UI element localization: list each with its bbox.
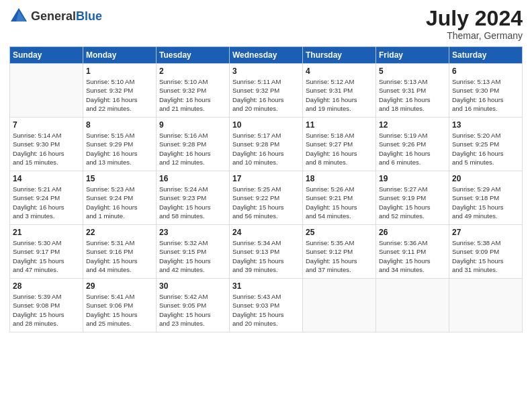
day-number: 21 bbox=[13, 228, 80, 237]
calendar-cell: 23Sunrise: 5:32 AM Sunset: 9:15 PM Dayli… bbox=[157, 225, 230, 279]
calendar-cell: 3Sunrise: 5:11 AM Sunset: 9:32 PM Daylig… bbox=[230, 64, 303, 118]
day-number: 22 bbox=[86, 228, 153, 237]
calendar-cell: 17Sunrise: 5:25 AM Sunset: 9:22 PM Dayli… bbox=[230, 171, 303, 225]
day-info: Sunrise: 5:43 AM Sunset: 9:03 PM Dayligh… bbox=[232, 292, 300, 328]
day-number: 1 bbox=[86, 66, 153, 76]
day-number: 14 bbox=[13, 174, 80, 183]
day-info: Sunrise: 5:34 AM Sunset: 9:13 PM Dayligh… bbox=[232, 238, 300, 274]
calendar-cell: 16Sunrise: 5:24 AM Sunset: 9:23 PM Dayli… bbox=[157, 171, 230, 225]
day-number: 6 bbox=[452, 66, 519, 76]
calendar-cell bbox=[449, 279, 523, 332]
day-number: 10 bbox=[232, 120, 300, 130]
week-row-2: 7Sunrise: 5:14 AM Sunset: 9:30 PM Daylig… bbox=[10, 118, 523, 171]
day-info: Sunrise: 5:32 AM Sunset: 9:15 PM Dayligh… bbox=[159, 238, 226, 274]
day-info: Sunrise: 5:20 AM Sunset: 9:25 PM Dayligh… bbox=[452, 131, 519, 167]
calendar-cell: 4Sunrise: 5:12 AM Sunset: 9:31 PM Daylig… bbox=[303, 64, 376, 118]
day-number: 30 bbox=[159, 281, 226, 291]
calendar-table: Sunday Monday Tuesday Wednesday Thursday… bbox=[9, 46, 523, 332]
calendar-cell: 15Sunrise: 5:23 AM Sunset: 9:24 PM Dayli… bbox=[83, 171, 157, 225]
calendar-cell: 19Sunrise: 5:27 AM Sunset: 9:19 PM Dayli… bbox=[376, 171, 449, 225]
title-block: July 2024 Themar, Germany bbox=[426, 7, 523, 41]
day-number: 26 bbox=[379, 228, 446, 237]
header-friday: Friday bbox=[376, 47, 449, 64]
day-info: Sunrise: 5:11 AM Sunset: 9:32 PM Dayligh… bbox=[232, 77, 300, 113]
calendar-cell: 29Sunrise: 5:41 AM Sunset: 9:06 PM Dayli… bbox=[83, 279, 157, 332]
day-number: 23 bbox=[159, 228, 226, 237]
calendar-header: Sunday Monday Tuesday Wednesday Thursday… bbox=[10, 47, 523, 64]
day-number: 31 bbox=[232, 281, 300, 291]
day-info: Sunrise: 5:30 AM Sunset: 9:17 PM Dayligh… bbox=[13, 238, 80, 274]
calendar-cell: 2Sunrise: 5:10 AM Sunset: 9:32 PM Daylig… bbox=[157, 64, 230, 118]
day-number: 29 bbox=[86, 281, 153, 291]
calendar-cell: 21Sunrise: 5:30 AM Sunset: 9:17 PM Dayli… bbox=[10, 225, 83, 279]
day-info: Sunrise: 5:25 AM Sunset: 9:22 PM Dayligh… bbox=[232, 185, 300, 220]
day-number: 20 bbox=[452, 174, 519, 183]
calendar-cell bbox=[303, 279, 376, 332]
logo-text: GeneralBlue bbox=[31, 9, 102, 24]
calendar-cell: 27Sunrise: 5:38 AM Sunset: 9:09 PM Dayli… bbox=[449, 225, 523, 279]
calendar-cell: 28Sunrise: 5:39 AM Sunset: 9:08 PM Dayli… bbox=[10, 279, 83, 332]
calendar-cell: 5Sunrise: 5:13 AM Sunset: 9:31 PM Daylig… bbox=[376, 64, 449, 118]
header-wednesday: Wednesday bbox=[230, 47, 303, 64]
week-row-4: 21Sunrise: 5:30 AM Sunset: 9:17 PM Dayli… bbox=[10, 225, 523, 279]
week-row-3: 14Sunrise: 5:21 AM Sunset: 9:24 PM Dayli… bbox=[10, 171, 523, 225]
day-info: Sunrise: 5:26 AM Sunset: 9:21 PM Dayligh… bbox=[306, 185, 373, 220]
day-info: Sunrise: 5:36 AM Sunset: 9:11 PM Dayligh… bbox=[379, 238, 446, 274]
calendar-cell: 7Sunrise: 5:14 AM Sunset: 9:30 PM Daylig… bbox=[10, 118, 83, 171]
day-info: Sunrise: 5:29 AM Sunset: 9:18 PM Dayligh… bbox=[452, 185, 519, 220]
calendar-cell: 10Sunrise: 5:17 AM Sunset: 9:28 PM Dayli… bbox=[230, 118, 303, 171]
calendar-cell: 22Sunrise: 5:31 AM Sunset: 9:16 PM Dayli… bbox=[83, 225, 157, 279]
calendar-cell bbox=[10, 64, 83, 118]
month-year: July 2024 bbox=[426, 7, 523, 30]
calendar-cell: 12Sunrise: 5:19 AM Sunset: 9:26 PM Dayli… bbox=[376, 118, 449, 171]
day-info: Sunrise: 5:15 AM Sunset: 9:29 PM Dayligh… bbox=[86, 131, 153, 167]
calendar-cell bbox=[376, 279, 449, 332]
header-row: Sunday Monday Tuesday Wednesday Thursday… bbox=[10, 47, 523, 64]
day-info: Sunrise: 5:10 AM Sunset: 9:32 PM Dayligh… bbox=[159, 77, 226, 113]
day-number: 28 bbox=[13, 281, 80, 291]
day-info: Sunrise: 5:16 AM Sunset: 9:28 PM Dayligh… bbox=[159, 131, 226, 167]
header-saturday: Saturday bbox=[449, 47, 523, 64]
day-info: Sunrise: 5:13 AM Sunset: 9:31 PM Dayligh… bbox=[379, 77, 446, 113]
calendar-cell: 1Sunrise: 5:10 AM Sunset: 9:32 PM Daylig… bbox=[83, 64, 157, 118]
day-info: Sunrise: 5:14 AM Sunset: 9:30 PM Dayligh… bbox=[13, 131, 80, 167]
calendar-body: 1Sunrise: 5:10 AM Sunset: 9:32 PM Daylig… bbox=[10, 64, 523, 332]
page-container: GeneralBlue July 2024 Themar, Germany Su… bbox=[0, 0, 532, 411]
day-info: Sunrise: 5:41 AM Sunset: 9:06 PM Dayligh… bbox=[86, 292, 153, 328]
logo-blue: Blue bbox=[76, 9, 102, 23]
day-number: 5 bbox=[379, 66, 446, 76]
day-info: Sunrise: 5:13 AM Sunset: 9:30 PM Dayligh… bbox=[452, 77, 519, 113]
day-number: 24 bbox=[232, 228, 300, 237]
week-row-5: 28Sunrise: 5:39 AM Sunset: 9:08 PM Dayli… bbox=[10, 279, 523, 332]
day-info: Sunrise: 5:27 AM Sunset: 9:19 PM Dayligh… bbox=[379, 185, 446, 220]
calendar-cell: 24Sunrise: 5:34 AM Sunset: 9:13 PM Dayli… bbox=[230, 225, 303, 279]
day-number: 18 bbox=[306, 174, 373, 183]
logo-icon bbox=[9, 7, 28, 26]
day-number: 13 bbox=[452, 120, 519, 130]
calendar-cell: 25Sunrise: 5:35 AM Sunset: 9:12 PM Dayli… bbox=[303, 225, 376, 279]
calendar-cell: 9Sunrise: 5:16 AM Sunset: 9:28 PM Daylig… bbox=[157, 118, 230, 171]
day-number: 3 bbox=[232, 66, 300, 76]
header-monday: Monday bbox=[83, 47, 157, 64]
day-number: 11 bbox=[306, 120, 373, 130]
day-info: Sunrise: 5:24 AM Sunset: 9:23 PM Dayligh… bbox=[159, 185, 226, 220]
location: Themar, Germany bbox=[426, 30, 523, 41]
day-number: 8 bbox=[86, 120, 153, 130]
day-info: Sunrise: 5:10 AM Sunset: 9:32 PM Dayligh… bbox=[86, 77, 153, 113]
day-info: Sunrise: 5:12 AM Sunset: 9:31 PM Dayligh… bbox=[306, 77, 373, 113]
day-number: 15 bbox=[86, 174, 153, 183]
day-info: Sunrise: 5:17 AM Sunset: 9:28 PM Dayligh… bbox=[232, 131, 300, 167]
calendar-cell: 14Sunrise: 5:21 AM Sunset: 9:24 PM Dayli… bbox=[10, 171, 83, 225]
day-number: 9 bbox=[159, 120, 226, 130]
calendar-cell: 30Sunrise: 5:42 AM Sunset: 9:05 PM Dayli… bbox=[157, 279, 230, 332]
calendar-cell: 20Sunrise: 5:29 AM Sunset: 9:18 PM Dayli… bbox=[449, 171, 523, 225]
day-info: Sunrise: 5:38 AM Sunset: 9:09 PM Dayligh… bbox=[452, 238, 519, 274]
day-number: 17 bbox=[232, 174, 300, 183]
header: GeneralBlue July 2024 Themar, Germany bbox=[9, 7, 523, 41]
calendar-cell: 11Sunrise: 5:18 AM Sunset: 9:27 PM Dayli… bbox=[303, 118, 376, 171]
day-number: 2 bbox=[159, 66, 226, 76]
calendar-cell: 8Sunrise: 5:15 AM Sunset: 9:29 PM Daylig… bbox=[83, 118, 157, 171]
header-tuesday: Tuesday bbox=[157, 47, 230, 64]
calendar-cell: 31Sunrise: 5:43 AM Sunset: 9:03 PM Dayli… bbox=[230, 279, 303, 332]
calendar-cell: 6Sunrise: 5:13 AM Sunset: 9:30 PM Daylig… bbox=[449, 64, 523, 118]
